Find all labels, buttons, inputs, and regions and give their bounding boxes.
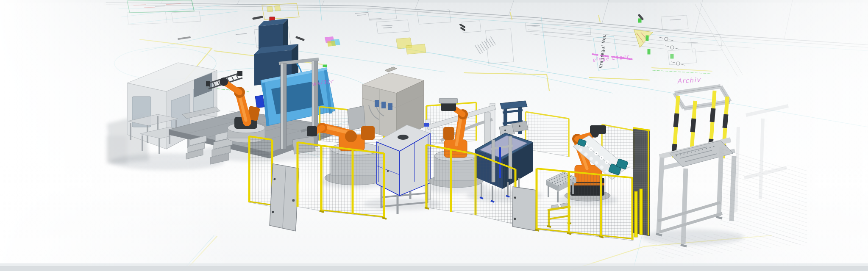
robot-4-wrist-module bbox=[590, 125, 606, 134]
factory-scene: Kragregal Neu Archiv einge Läger ws/3er bbox=[0, 0, 868, 271]
fence-section-b bbox=[298, 142, 321, 211]
light-curtain-bar-1 bbox=[634, 191, 637, 237]
robot-3-counterweight bbox=[443, 127, 454, 140]
fence-section-a bbox=[249, 136, 272, 207]
fence-section-f bbox=[425, 145, 476, 215]
loader-blue-connector bbox=[424, 123, 429, 127]
royal-blue-panel bbox=[255, 95, 264, 108]
fence-section-d bbox=[320, 146, 387, 219]
light-curtain-bar-2 bbox=[640, 189, 643, 235]
fence-door-1[interactable] bbox=[270, 164, 299, 231]
light-curtain bbox=[633, 128, 650, 237]
fence-door-2[interactable] bbox=[511, 186, 537, 232]
robot-2-counterweight bbox=[361, 126, 375, 140]
bottom-edge-strip bbox=[0, 263, 868, 271]
robot-3-wrist-bracket bbox=[439, 98, 458, 103]
robot-2-wrist-tool bbox=[307, 126, 317, 136]
fence-section-h bbox=[535, 169, 633, 241]
